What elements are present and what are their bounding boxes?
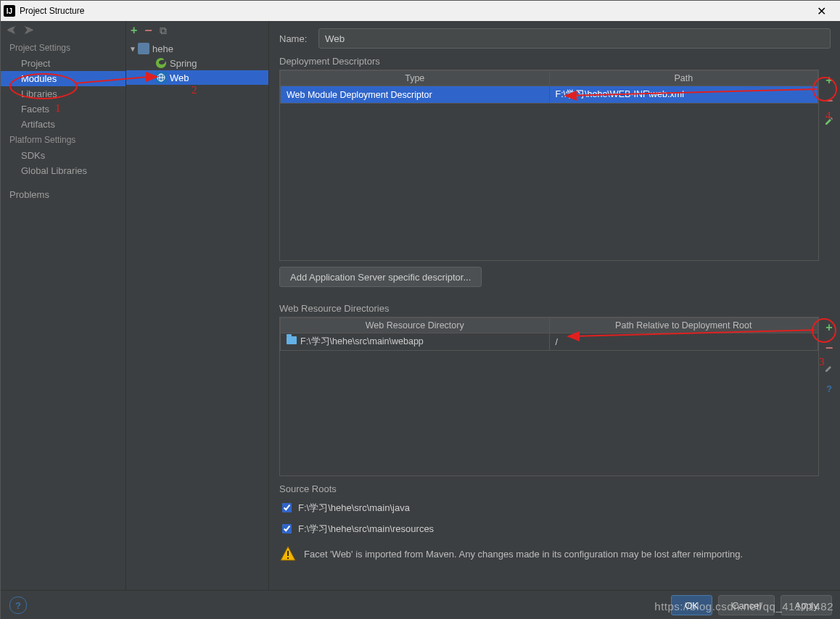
close-button[interactable]: ✕ [804,1,838,21]
svg-rect-3 [287,551,289,556]
web-icon [155,72,167,83]
warning-icon [279,545,297,562]
table-row[interactable]: F:\学习\hehe\src\main\webapp / [281,333,818,351]
help-button[interactable]: ? [9,597,27,614]
cancel-button[interactable]: Cancel [718,595,775,615]
ok-button[interactable]: OK [671,595,712,615]
remove-webres-icon[interactable]: − [823,341,836,354]
edit-webres-icon[interactable] [823,362,836,375]
nav-global-libraries[interactable]: Global Libraries [1,163,125,178]
section-project-settings: Project Settings [1,40,125,56]
settings-nav: ⮜ ⮞ Project Settings Project Modules Lib… [1,21,126,590]
nav-project[interactable]: Project [1,56,125,71]
table-row[interactable]: Web Module Deployment Descriptor F:\学习\h… [281,86,818,104]
source-roots-label: Source Roots [269,483,840,497]
remove-module-icon[interactable]: − [144,23,152,38]
col-relpath: Path Relative to Deployment Root [549,318,818,333]
col-type: Type [281,71,550,86]
source-root-row[interactable]: F:\学习\hehe\src\main\java [279,497,831,518]
tree-node-label: hehe [152,43,173,54]
source-root-checkbox[interactable] [282,524,292,533]
nav-fwd-icon[interactable]: ⮞ [24,25,34,36]
svg-rect-4 [287,557,289,559]
window-title: Project Structure [20,6,804,16]
tree-node-root[interactable]: ▼ hehe [126,41,268,56]
maven-import-warning: Facet 'Web' is imported from Maven. Any … [269,539,840,568]
nav-libraries[interactable]: Libraries [1,86,125,101]
nav-sdks[interactable]: SDKs [1,148,125,163]
copy-module-icon[interactable]: ⧉ [160,25,167,37]
source-root-checkbox[interactable] [282,503,292,512]
name-label: Name: [279,33,318,44]
facet-config-panel: Name: Deployment Descriptors Type Path W… [269,21,840,590]
nav-problems[interactable]: Problems [1,187,125,202]
col-webdir: Web Resource Directory [281,318,550,333]
remove-descriptor-icon[interactable]: − [823,94,836,107]
help-webres-icon[interactable]: ? [823,382,836,395]
title-bar: IJ Project Structure ✕ [1,1,840,21]
col-path: Path [549,71,818,86]
facet-name-input[interactable] [318,28,831,49]
nav-facets[interactable]: Facets [1,101,125,117]
web-resource-dirs-table[interactable]: Web Resource Directory Path Relative to … [280,317,818,351]
edit-descriptor-icon[interactable] [823,115,836,128]
tree-node-web[interactable]: Web [126,70,268,85]
spring-icon [155,57,167,69]
nav-modules[interactable]: Modules [1,71,125,86]
module-tree-panel: + − ⧉ ▼ hehe Spring [126,21,269,590]
tree-node-spring[interactable]: Spring [126,56,268,70]
tree-node-label: Web [170,72,189,83]
app-icon: IJ [4,5,15,17]
add-webres-icon[interactable]: + [823,321,836,334]
section-platform-settings: Platform Settings [1,132,125,148]
deployment-descriptors-label: Deployment Descriptors [269,56,840,70]
source-root-row[interactable]: F:\学习\hehe\src\main\resources [279,518,831,539]
add-app-server-descriptor-button[interactable]: Add Application Server specific descript… [279,267,482,287]
nav-back-icon[interactable]: ⮜ [7,25,17,36]
deployment-descriptors-table[interactable]: Type Path Web Module Deployment Descript… [280,70,818,104]
folder-icon [287,336,297,344]
add-module-icon[interactable]: + [131,24,137,37]
tree-node-label: Spring [170,58,197,69]
nav-artifacts[interactable]: Artifacts [1,117,125,132]
add-descriptor-icon[interactable]: + [823,74,836,87]
web-resource-dirs-label: Web Resource Directories [269,303,840,317]
apply-button[interactable]: Apply [781,595,832,615]
dialog-footer: ? OK Cancel Apply [1,590,840,619]
